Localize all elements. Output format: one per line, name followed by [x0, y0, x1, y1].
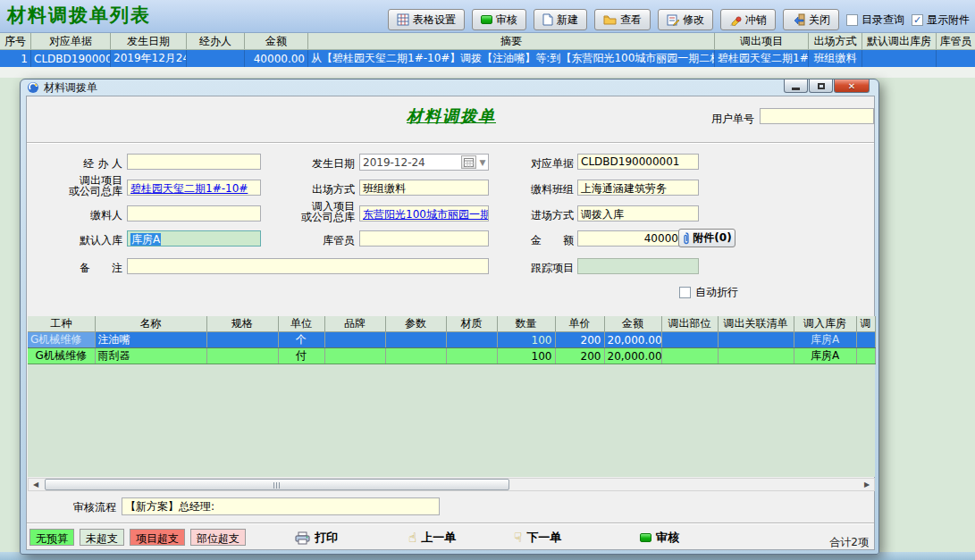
d0-param[interactable]: [385, 332, 446, 348]
handler-input[interactable]: [127, 154, 261, 170]
cell-handler[interactable]: [187, 50, 245, 67]
dcol-out-part[interactable]: 调出部位: [661, 316, 718, 332]
col-out-method[interactable]: 出场方式: [809, 33, 862, 49]
d1-in-wh[interactable]: 库房A: [794, 348, 856, 364]
print-button[interactable]: 打印: [295, 530, 338, 546]
d0-out-list[interactable]: [718, 332, 794, 348]
new-button[interactable]: 新建: [534, 9, 587, 30]
d1-out-part[interactable]: [661, 348, 718, 364]
cell-summary[interactable]: 从【碧桂园天玺二期1#-10#】调拨【注油嘴】等:到【东营阳光100城市丽园一期…: [308, 50, 715, 67]
date-dropdown-arrow[interactable]: ▼: [477, 158, 488, 167]
col-summary[interactable]: 摘要: [308, 33, 715, 49]
d1-price[interactable]: 200: [555, 348, 604, 364]
date-input[interactable]: 2019-12-24 ▼: [359, 154, 489, 171]
modify-button[interactable]: 修改: [658, 9, 713, 30]
out-method-input[interactable]: 班组缴料: [359, 180, 489, 196]
prev-order-button[interactable]: ☝ 上一单: [408, 530, 456, 546]
attachment-button[interactable]: 附件(0): [678, 229, 735, 247]
d0-name[interactable]: 注油嘴: [95, 332, 206, 348]
show-attach-checkbox[interactable]: ✓ 显示附件: [912, 13, 970, 28]
close-window-button[interactable]: ✕: [834, 79, 870, 93]
out-project-input[interactable]: 碧桂园天玺二期1#-10#: [127, 180, 261, 196]
user-no-input[interactable]: [760, 108, 874, 124]
d1-amount[interactable]: 20,000.00: [604, 348, 661, 364]
cell-keeper[interactable]: [937, 50, 975, 67]
d1-param[interactable]: [385, 348, 446, 364]
d0-brand[interactable]: [324, 332, 385, 348]
list-row-selected[interactable]: 1 CLDBD190000001 2019年12月24日 40000.00 从【…: [0, 50, 975, 67]
dcol-brand[interactable]: 品牌: [324, 316, 385, 332]
cell-out-project[interactable]: 碧桂园天玺二期1#: [715, 50, 809, 67]
in-project-input[interactable]: 东营阳光100城市丽园一期二标: [359, 205, 489, 221]
detail-row[interactable]: G机械维修 雨刮器 付 100 200 20,000.00 库房A: [28, 348, 875, 364]
dcol-qty[interactable]: 数量: [497, 316, 555, 332]
team-input[interactable]: 上海通涵建筑劳务: [577, 180, 699, 196]
d1-name[interactable]: 雨刮器: [95, 348, 206, 364]
col-doc-no[interactable]: 对应单据: [31, 33, 111, 49]
writeoff-button[interactable]: 冲销: [720, 9, 776, 30]
cell-date[interactable]: 2019年12月24日: [111, 50, 187, 67]
minimize-button[interactable]: [784, 79, 808, 93]
cell-out-method[interactable]: 班组缴料: [809, 50, 862, 67]
cell-amount[interactable]: 40000.00: [245, 50, 308, 67]
dcol-spec[interactable]: 规格: [206, 316, 278, 332]
table-settings-button[interactable]: 表格设置: [388, 9, 465, 30]
d0-partial[interactable]: [856, 332, 875, 348]
dialog-titlebar[interactable]: 材料调拨单 ✕: [21, 79, 878, 96]
dialog-audit-button[interactable]: 审核: [640, 530, 679, 546]
keeper-input[interactable]: [359, 230, 489, 247]
d1-out-list[interactable]: [718, 348, 794, 364]
in-method-input[interactable]: 调拨入库: [577, 205, 699, 221]
detail-row-selected[interactable]: G机械维修 注油嘴 个 100 200 20,000.00 库房A: [28, 332, 875, 348]
horizontal-scrollbar[interactable]: ◀ ▶: [28, 478, 875, 491]
dcol-in-wh[interactable]: 调入库房: [794, 316, 856, 332]
col-amount[interactable]: 金额: [245, 33, 308, 49]
col-default-out-wh[interactable]: 默认调出库房: [862, 33, 937, 49]
d0-amount[interactable]: 20,000.00: [604, 332, 661, 348]
dcol-unit[interactable]: 单位: [278, 316, 324, 332]
dcol-price[interactable]: 单价: [555, 316, 604, 332]
autowrap-box[interactable]: [679, 287, 691, 298]
d0-trade[interactable]: G机械维修: [28, 332, 95, 348]
doc-no-input[interactable]: CLDBD190000001: [577, 154, 699, 170]
dcol-param[interactable]: 参数: [385, 316, 446, 332]
d1-material[interactable]: [446, 348, 497, 364]
dcol-name[interactable]: 名称: [95, 316, 206, 332]
audit-button[interactable]: 审核: [472, 9, 526, 30]
d0-spec[interactable]: [206, 332, 278, 348]
d0-price[interactable]: 200: [555, 332, 604, 348]
d0-qty[interactable]: 100: [497, 332, 555, 348]
scrollbar-track[interactable]: [43, 479, 860, 490]
col-handler[interactable]: 经办人: [187, 33, 245, 49]
dcol-material[interactable]: 材质: [446, 316, 497, 332]
note-input[interactable]: [127, 258, 489, 274]
dir-query-box[interactable]: [846, 14, 858, 26]
col-seq[interactable]: 序号: [0, 33, 31, 49]
dcol-trade[interactable]: 工种: [28, 316, 95, 332]
cell-seq[interactable]: 1: [0, 50, 31, 67]
tracking-input[interactable]: [577, 258, 699, 274]
cell-default-out-wh[interactable]: [862, 50, 937, 67]
d0-unit[interactable]: 个: [278, 332, 324, 348]
default-in-input[interactable]: 库房A: [127, 230, 261, 247]
d0-in-wh[interactable]: 库房A: [794, 332, 856, 348]
d0-material[interactable]: [446, 332, 497, 348]
d1-trade[interactable]: G机械维修: [28, 348, 95, 364]
calendar-icon[interactable]: [461, 155, 476, 169]
d1-unit[interactable]: 付: [278, 348, 324, 364]
col-date[interactable]: 发生日期: [111, 33, 187, 49]
col-keeper[interactable]: 库管员: [937, 33, 975, 49]
d1-brand[interactable]: [324, 348, 385, 364]
payer-input[interactable]: [127, 205, 261, 221]
d0-out-part[interactable]: [661, 332, 718, 348]
scroll-left-arrow[interactable]: ◀: [29, 479, 43, 490]
dir-query-checkbox[interactable]: 目录查询: [846, 13, 904, 28]
maximize-button[interactable]: [809, 79, 833, 93]
next-order-button[interactable]: ☟ 下一单: [514, 530, 561, 546]
scroll-right-arrow[interactable]: ▶: [860, 479, 874, 490]
dcol-out-list[interactable]: 调出关联清单: [718, 316, 794, 332]
autowrap-checkbox[interactable]: 自动折行: [679, 285, 738, 300]
d1-qty[interactable]: 100: [497, 348, 555, 364]
audit-flow-input[interactable]: 【新方案】总经理:: [122, 497, 440, 515]
d1-spec[interactable]: [206, 348, 278, 364]
